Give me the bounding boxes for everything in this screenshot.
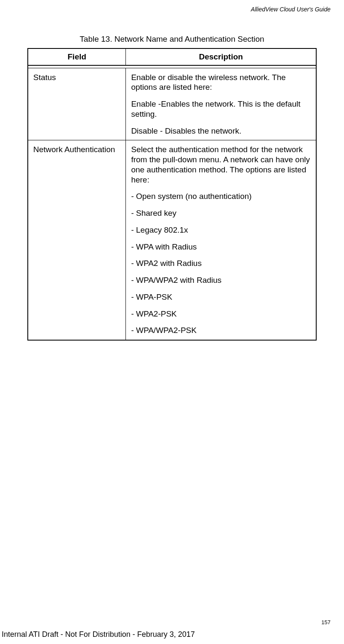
description-paragraph: Disable - Disables the network. [131, 126, 311, 136]
description-paragraph: - Open system (no authentication) [131, 191, 311, 201]
description-paragraph: Enable -Enables the network. This is the… [131, 99, 311, 119]
description-paragraph: - WPA/WPA2-PSK [131, 325, 311, 335]
document-header-title: AlliedView Cloud User's Guide [251, 6, 331, 13]
description-paragraph: Select the authentication method for the… [131, 145, 311, 185]
description-cell: Enable or disable the wireless network. … [126, 68, 316, 140]
description-paragraph: - WPA2-PSK [131, 309, 311, 319]
description-paragraph: Enable or disable the wireless network. … [131, 72, 311, 93]
description-paragraph: - Shared key [131, 208, 311, 218]
network-auth-table: Field Description Status Enable or disab… [27, 48, 317, 341]
table-row: Status Enable or disable the wireless ne… [28, 68, 316, 140]
page-number: 157 [321, 619, 331, 625]
field-cell: Status [28, 68, 126, 140]
description-paragraph: - Legacy 802.1x [131, 225, 311, 235]
description-paragraph: - WPA2 with Radius [131, 258, 311, 268]
table-header-row: Field Description [28, 48, 316, 65]
table-row: Network Authentication Select the authen… [28, 140, 316, 340]
field-cell: Network Authentication [28, 140, 126, 340]
description-paragraph: - WPA/WPA2 with Radius [131, 275, 311, 285]
table-caption: Table 13. Network Name and Authenticatio… [27, 35, 317, 44]
page-content: Table 13. Network Name and Authenticatio… [0, 0, 344, 341]
description-cell: Select the authentication method for the… [126, 140, 316, 340]
column-header-description: Description [126, 48, 316, 65]
description-paragraph: - WPA with Radius [131, 242, 311, 252]
footer-draft-note: Internal ATI Draft - Not For Distributio… [2, 630, 195, 639]
column-header-field: Field [28, 48, 126, 65]
description-paragraph: - WPA-PSK [131, 292, 311, 302]
